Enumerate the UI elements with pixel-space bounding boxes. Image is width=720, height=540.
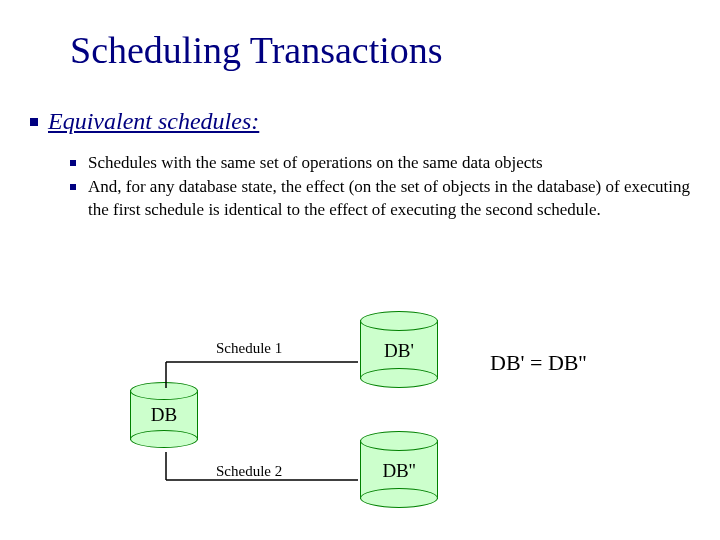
- bullet-text: Schedules with the same set of operation…: [88, 152, 543, 175]
- equation-text: DB' = DB'': [490, 350, 586, 376]
- db-label: DB: [130, 404, 198, 426]
- bullet-item: And, for any database state, the effect …: [70, 176, 690, 222]
- bullet-text: And, for any database state, the effect …: [88, 176, 690, 222]
- schedule-2-label: Schedule 2: [216, 463, 282, 480]
- heading-row: Equivalent schedules:: [30, 108, 259, 135]
- slide-title: Scheduling Transactions: [70, 28, 443, 72]
- db-double-prime-cylinder: DB'': [360, 440, 438, 508]
- bullet-item: Schedules with the same set of operation…: [70, 152, 690, 175]
- db-prime-cylinder: DB': [360, 320, 438, 388]
- db-prime-label: DB': [360, 340, 438, 362]
- db-cylinder: DB: [130, 390, 198, 448]
- bullet-icon: [70, 184, 76, 190]
- bullet-icon: [70, 160, 76, 166]
- section-heading: Equivalent schedules:: [48, 108, 259, 135]
- slide: Scheduling Transactions Equivalent sched…: [0, 0, 720, 540]
- schedule-1-label: Schedule 1: [216, 340, 282, 357]
- bullet-icon: [30, 118, 38, 126]
- db-double-prime-label: DB'': [360, 460, 438, 482]
